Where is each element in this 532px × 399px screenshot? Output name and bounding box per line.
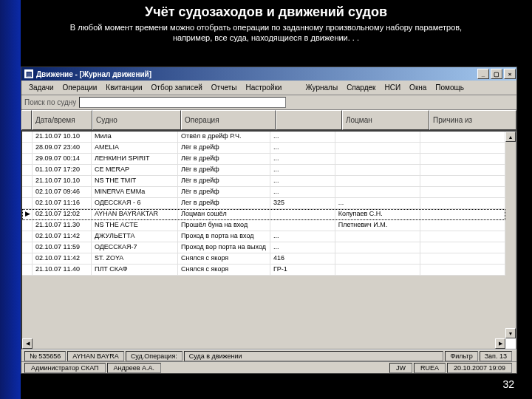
menu-selection[interactable]: Отбор записей xyxy=(147,82,207,93)
table-cell xyxy=(270,209,335,219)
status-record-no: № 535656 xyxy=(24,351,66,361)
table-row[interactable]: 02.10.07 09:46MINERVA EMMaЛёг в дрейф... xyxy=(22,187,505,198)
vertical-scrollbar[interactable]: ▲ ▼ xyxy=(505,132,516,338)
table-row[interactable]: 21.10.07 10.10МилаОтвёл в дрейф Р.Ч.... xyxy=(22,132,505,143)
table-cell: ... xyxy=(270,176,335,186)
table-cell xyxy=(22,132,33,142)
table-cell: Лёг в дрейф xyxy=(178,187,270,197)
search-input[interactable] xyxy=(79,97,286,108)
table-cell: ... xyxy=(270,187,335,197)
data-grid[interactable]: 21.10.07 10.10МилаОтвёл в дрейф Р.Ч....2… xyxy=(21,131,516,349)
table-cell xyxy=(420,176,505,186)
table-cell xyxy=(335,154,420,164)
table-row[interactable]: 02.10.07 11:59ОДЕССКАЯ-7Проход вор порта… xyxy=(22,242,505,253)
table-cell: 01.10.07 17:20 xyxy=(33,165,92,175)
status-port: RUEА xyxy=(414,363,446,373)
table-cell xyxy=(420,253,505,264)
table-row[interactable]: ▶02.10.07 12:02AYHAN BAYRAKTARЛоцман сош… xyxy=(22,209,505,220)
table-cell: 02.10.07 11:42 xyxy=(33,231,92,242)
col-datetime[interactable]: Дата/время xyxy=(32,110,92,130)
table-cell: 21.10.07 10.10 xyxy=(33,176,92,186)
slide-title: Учёт судозаходов и движений судов xyxy=(0,4,532,20)
table-cell: AYHAN BAYRAKTAR xyxy=(92,209,178,219)
table-row[interactable]: 29.09.07 00:14ЛЕНКИНИ SPIRITЛёг в дрейф.… xyxy=(22,154,505,165)
table-cell xyxy=(420,187,505,197)
slide-sub1: В любой момент времени можно отобрать оп… xyxy=(0,23,532,32)
menu-operations[interactable]: Операции xyxy=(58,82,102,93)
menu-nsi[interactable]: НСИ xyxy=(380,82,405,93)
table-cell: NS THE ACTE xyxy=(92,220,178,231)
table-cell: ГР-1 xyxy=(270,265,335,275)
col-note[interactable]: Причина из xyxy=(429,110,516,130)
close-button[interactable]: × xyxy=(504,69,516,79)
menu-settings[interactable]: Настройки xyxy=(241,82,286,93)
minimize-button[interactable]: _ xyxy=(477,69,489,79)
table-cell: CE MERАР xyxy=(92,165,178,175)
table-cell xyxy=(335,242,420,253)
menu-receipts[interactable]: Квитанции xyxy=(101,82,146,93)
col-marker[interactable] xyxy=(21,110,32,130)
table-cell xyxy=(22,253,33,264)
table-cell: Мила xyxy=(92,132,178,142)
status-filter-value: Суда в движении xyxy=(184,351,444,361)
table-cell: Колупаев С.Н. xyxy=(335,209,420,219)
table-cell: ... xyxy=(270,231,335,242)
scroll-left-button[interactable]: ◀ xyxy=(22,338,33,349)
table-row[interactable]: 02.10.07 11:42ST. ZOYAСнялся с якоря416 xyxy=(22,253,505,265)
scroll-up-button[interactable]: ▲ xyxy=(505,132,516,142)
scroll-down-button[interactable]: ▼ xyxy=(505,328,516,338)
col-extra[interactable] xyxy=(276,110,342,130)
table-cell: ОДЕССКАЯ - 6 xyxy=(92,198,178,208)
scroll-right-button[interactable]: ▶ xyxy=(495,338,505,349)
status-user-name: Андреев А.А. xyxy=(107,363,162,373)
table-cell: 02.10.07 11:59 xyxy=(33,242,92,253)
table-cell xyxy=(22,220,33,231)
col-operation[interactable]: Операция xyxy=(181,110,276,130)
table-cell: ЛЕНКИНИ SPIRIT xyxy=(92,154,178,164)
table-row[interactable]: 21.10.07 11.40ПЛТ СКАФСнялся с якоряГР-1 xyxy=(22,265,505,276)
table-cell xyxy=(335,265,420,275)
titlebar[interactable]: ▤ Движение - [Журнал движений] _ ▢ × xyxy=(21,67,516,81)
table-cell: ... xyxy=(270,132,335,142)
grid-empty-area xyxy=(22,276,505,338)
horizontal-scrollbar[interactable]: ◀ ▶ xyxy=(22,338,505,349)
filter-button[interactable]: Фильтр xyxy=(445,351,477,361)
table-cell: Проход в порта на вход xyxy=(178,231,270,242)
status-ship: AYHAN BAYRA xyxy=(67,351,124,361)
table-row[interactable]: 21.10.07 10.10NS THE TMITЛёг в дрейф... xyxy=(22,176,505,187)
table-cell: Лёг в дрейф xyxy=(178,176,270,186)
column-headers: Дата/время Судно Операция Лоцман Причина… xyxy=(21,110,516,131)
menu-tasks[interactable]: Задачи xyxy=(24,82,58,93)
menu-spardek[interactable]: Спардек xyxy=(342,82,380,93)
menu-help[interactable]: Помощь xyxy=(431,82,468,93)
search-label: Поиск по судну xyxy=(24,98,76,106)
table-cell xyxy=(22,176,33,186)
col-ship[interactable]: Судно xyxy=(92,110,181,130)
menu-windows[interactable]: Окна xyxy=(405,82,431,93)
slide-sub2: например, все суда, находящиеся в движен… xyxy=(0,33,532,42)
table-row[interactable]: 02.10.07 11:16ОДЕССКАЯ - 6Лег в дрейф325… xyxy=(22,198,505,209)
table-cell: 325 xyxy=(270,198,335,208)
table-cell xyxy=(335,132,420,142)
table-cell: 416 xyxy=(270,253,335,264)
table-cell: ... xyxy=(270,143,335,153)
table-row[interactable]: 02.10.07 11:42ДЖУЛЬЕТТАПроход в порта на… xyxy=(22,231,505,242)
table-cell xyxy=(22,165,33,175)
table-cell: 21.10.07 11.30 xyxy=(33,220,92,231)
table-cell xyxy=(335,176,420,186)
menu-journals[interactable]: Журналы xyxy=(301,82,342,93)
table-row[interactable]: 28.09.07 23:40AMELIAЛёг в дрейф... xyxy=(22,143,505,154)
menu-reports[interactable]: Отчеты xyxy=(207,82,242,93)
status-filter-label: Суд.Операция: xyxy=(126,351,183,361)
status-bar-1: № 535656 AYHAN BAYRA Суд.Операция: Суда … xyxy=(21,349,516,361)
table-cell: Прошёл буна на вход xyxy=(178,220,270,231)
table-cell: 28.09.07 23:40 xyxy=(33,143,92,153)
table-row[interactable]: 01.10.07 17:20CE MERАРЛёг в дрейф... xyxy=(22,165,505,176)
table-cell xyxy=(22,265,33,275)
maximize-button[interactable]: ▢ xyxy=(491,69,502,79)
col-pilot[interactable]: Лоцман xyxy=(342,110,429,130)
table-cell: ОДЕССКАЯ-7 xyxy=(92,242,178,253)
table-cell: Снялся с якоря xyxy=(178,265,270,275)
table-row[interactable]: 21.10.07 11.30NS THE ACTEПрошёл буна на … xyxy=(22,220,505,231)
table-cell xyxy=(335,253,420,264)
